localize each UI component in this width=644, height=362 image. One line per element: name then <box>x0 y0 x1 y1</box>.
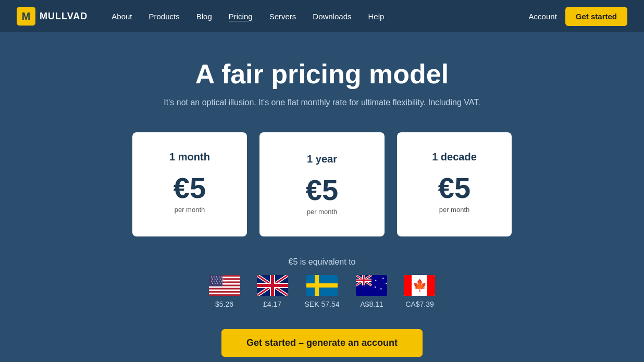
card-unit-year: per month <box>307 208 338 216</box>
nav-blog[interactable]: Blog <box>189 8 219 25</box>
svg-rect-7 <box>209 290 240 291</box>
flag-us: ★ ★ ★ ★ ★ ★ ★ ★ ★ ★ ★ ★ ★ ★ ★ ★ ★ ★ ★ ★ … <box>209 275 240 296</box>
svg-rect-8 <box>209 293 240 294</box>
flag-value-usd: $5.26 <box>215 300 233 308</box>
nav-get-started-button[interactable]: Get started <box>565 7 627 26</box>
svg-rect-35 <box>356 280 371 281</box>
nav-servers[interactable]: Servers <box>262 8 304 25</box>
flag-value-cad: CA$7.39 <box>405 300 434 308</box>
pricing-card-year: 1 year €5 per month <box>259 132 385 236</box>
logo-text: MULLVAD <box>40 11 88 22</box>
nav-pricing[interactable]: Pricing <box>221 8 260 25</box>
svg-text:M: M <box>22 10 30 22</box>
card-period-month: 1 month <box>169 151 210 163</box>
card-unit-month: per month <box>175 206 205 214</box>
equivalents-section: €5 is equivalent to ★ ★ ★ ★ ★ ★ ★ ★ ★ ★ … <box>209 257 436 308</box>
svg-text:★: ★ <box>385 282 387 285</box>
card-unit-decade: per month <box>439 206 470 214</box>
page-title: A fair pricing model <box>195 58 449 90</box>
nav-help[interactable]: Help <box>361 8 392 25</box>
flag-item-sek: SEK 57.54 <box>305 275 340 308</box>
flag-item-usd: ★ ★ ★ ★ ★ ★ ★ ★ ★ ★ ★ ★ ★ ★ ★ ★ ★ ★ ★ ★ … <box>209 275 240 308</box>
flag-au: ★ ★ ★ ★ ★ <box>356 275 387 296</box>
card-period-year: 1 year <box>307 153 337 165</box>
flag-value-aud: A$8.11 <box>360 300 383 308</box>
page-subtitle: It's not an optical illusion. It's one f… <box>164 98 480 107</box>
nav-products[interactable]: Products <box>142 8 187 25</box>
svg-rect-43 <box>427 275 435 296</box>
card-period-decade: 1 decade <box>432 151 477 163</box>
nav-downloads[interactable]: Downloads <box>305 8 358 25</box>
pricing-card-decade: 1 decade €5 per month <box>397 132 512 236</box>
svg-rect-42 <box>404 275 412 296</box>
cta-generate-account-button[interactable]: Get started – generate an account <box>221 329 423 357</box>
svg-text:🍁: 🍁 <box>413 278 427 292</box>
flag-item-gbp: £4.17 <box>257 275 288 308</box>
svg-text:★ ★ ★ ★ ★: ★ ★ ★ ★ ★ <box>212 282 224 284</box>
flags-row: ★ ★ ★ ★ ★ ★ ★ ★ ★ ★ ★ ★ ★ ★ ★ ★ ★ ★ ★ ★ … <box>209 275 436 308</box>
pricing-cards-container: 1 month €5 per month 1 year €5 per month… <box>132 132 512 236</box>
nav-account-link[interactable]: Account <box>529 12 557 21</box>
logo[interactable]: M MULLVAD <box>17 7 88 26</box>
nav-links: About Products Blog Pricing Servers Down… <box>104 8 528 25</box>
flag-gb <box>257 275 288 296</box>
pricing-card-month: 1 month €5 per month <box>132 132 247 236</box>
svg-rect-22 <box>257 284 288 287</box>
flag-item-cad: 🍁 CA$7.39 <box>404 275 435 308</box>
flag-ca: 🍁 <box>404 275 435 296</box>
card-price-decade: €5 <box>438 173 470 203</box>
flag-value-sek: SEK 57.54 <box>305 300 340 308</box>
svg-rect-25 <box>306 283 338 288</box>
nav-right: Account Get started <box>529 7 627 26</box>
cta-section: Get started – generate an account Alread… <box>221 329 423 362</box>
svg-rect-6 <box>209 286 240 288</box>
flag-se <box>306 275 338 296</box>
card-price-year: €5 <box>306 176 338 205</box>
equivalents-title: €5 is equivalent to <box>289 257 356 267</box>
card-price-month: €5 <box>174 173 206 203</box>
nav-about[interactable]: About <box>104 8 139 25</box>
main-content: A fair pricing model It's not an optical… <box>0 32 644 362</box>
navbar: M MULLVAD About Products Blog Pricing Se… <box>0 0 644 32</box>
flag-value-gbp: £4.17 <box>263 300 281 308</box>
logo-icon: M <box>17 7 35 26</box>
flag-item-aud: ★ ★ ★ ★ ★ A$8.11 <box>356 275 387 308</box>
